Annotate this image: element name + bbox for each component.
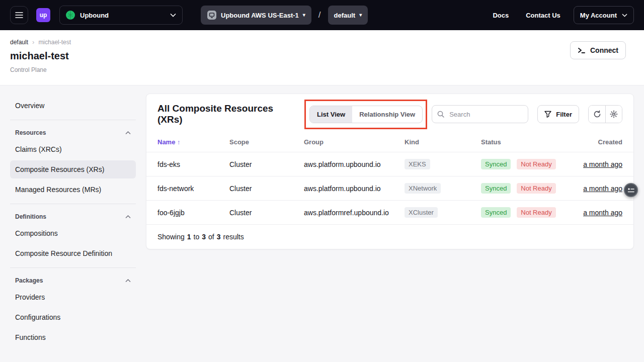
cell-status: Synced Not Ready bbox=[481, 201, 559, 225]
sidebar-section-label: Definitions bbox=[15, 213, 46, 220]
cell-created: a month ago bbox=[559, 176, 633, 201]
cell-group: aws.platform.upbound.io bbox=[304, 152, 405, 176]
breadcrumb-chevron-icon: › bbox=[32, 38, 34, 46]
sidebar-item-managed-resources[interactable]: Managed Resources (MRs) bbox=[10, 180, 136, 199]
cell-name: fds-eks bbox=[146, 152, 229, 176]
card-title: All Composite Resources (XRs) bbox=[157, 103, 300, 125]
sidebar-divider bbox=[10, 267, 136, 268]
control-plane-selector-label: Upbound AWS US-East-1 bbox=[221, 12, 299, 19]
refresh-icon bbox=[593, 110, 601, 118]
cell-created: a month ago bbox=[559, 152, 633, 176]
feedback-icon bbox=[627, 188, 634, 193]
cell-scope: Cluster bbox=[229, 176, 304, 201]
cell-scope: Cluster bbox=[229, 201, 304, 225]
namespace-selector-label: default bbox=[334, 12, 356, 19]
control-plane-selector[interactable]: Upbound AWS US-East-1 ▾ bbox=[201, 6, 311, 25]
filter-button[interactable]: Filter bbox=[537, 105, 579, 123]
control-plane-icon bbox=[207, 10, 217, 20]
sidebar-section-definitions[interactable]: Definitions bbox=[10, 209, 136, 222]
search-input[interactable] bbox=[448, 110, 523, 119]
gear-icon bbox=[610, 110, 618, 118]
synced-badge: Synced bbox=[481, 183, 511, 194]
chevron-up-icon bbox=[125, 215, 131, 219]
cell-group: aws.platform.upbound.io bbox=[304, 176, 405, 201]
toolbar-icon-group bbox=[588, 105, 622, 123]
table-row[interactable]: foo-6jgjb Cluster aws.platformref.upboun… bbox=[146, 201, 633, 225]
cell-status: Synced Not Ready bbox=[481, 176, 559, 201]
cell-scope: Cluster bbox=[229, 152, 304, 176]
sidebar-item-compositions[interactable]: Compositions bbox=[10, 224, 136, 242]
resources-table: Name ↑ Scope Group Kind Status Created f… bbox=[146, 134, 633, 225]
connect-button-label: Connect bbox=[590, 46, 618, 54]
column-header-kind: Kind bbox=[405, 134, 481, 152]
sidebar-item-composite-resources[interactable]: Composite Resources (XRs) bbox=[10, 160, 136, 178]
sidebar-item-providers[interactable]: Providers bbox=[10, 288, 136, 306]
sidebar-item-overview[interactable]: Overview bbox=[10, 97, 136, 115]
hamburger-menu-button[interactable] bbox=[10, 6, 28, 24]
namespace-selector[interactable]: default ▾ bbox=[328, 6, 368, 25]
view-toggle: List View Relationship View bbox=[309, 106, 423, 123]
upbound-logo[interactable]: up bbox=[36, 8, 50, 22]
path-separator: / bbox=[318, 10, 321, 20]
kind-badge: XEKS bbox=[405, 159, 430, 169]
globe-icon bbox=[66, 11, 75, 20]
view-toggle-wrap: List View Relationship View bbox=[309, 106, 423, 123]
created-link[interactable]: a month ago bbox=[583, 209, 622, 217]
table-header-row: Name ↑ Scope Group Kind Status Created bbox=[146, 134, 633, 152]
chevron-down-icon bbox=[170, 13, 176, 17]
funnel-icon bbox=[544, 111, 551, 118]
table-row[interactable]: fds-network Cluster aws.platform.upbound… bbox=[146, 176, 633, 201]
table-row[interactable]: fds-eks Cluster aws.platform.upbound.io … bbox=[146, 152, 633, 176]
sidebar-section-label: Packages bbox=[15, 277, 43, 284]
sidebar-section-packages[interactable]: Packages bbox=[10, 273, 136, 286]
relationship-view-tab[interactable]: Relationship View bbox=[352, 106, 422, 123]
column-header-group: Group bbox=[304, 134, 405, 152]
feedback-widget-button[interactable] bbox=[624, 183, 638, 197]
search-icon bbox=[437, 111, 444, 118]
organization-selector[interactable]: Upbound bbox=[59, 6, 183, 25]
cell-kind: XCluster bbox=[405, 201, 481, 225]
topbar: up Upbound Upbound AWS US-East-1 ▾ / def… bbox=[0, 0, 644, 30]
chevron-down-icon bbox=[622, 14, 627, 17]
sidebar-item-claims[interactable]: Claims (XRCs) bbox=[10, 140, 136, 158]
content-area: Overview Resources Claims (XRCs) Composi… bbox=[0, 85, 644, 348]
created-link[interactable]: a month ago bbox=[583, 160, 622, 168]
page-header: default › michael-test michael-test Cont… bbox=[0, 30, 644, 85]
sidebar-item-functions[interactable]: Functions bbox=[10, 328, 136, 346]
settings-button[interactable] bbox=[605, 106, 622, 123]
kind-badge: XCluster bbox=[405, 207, 438, 218]
organization-selector-label: Upbound bbox=[80, 12, 109, 19]
sidebar-divider bbox=[10, 204, 136, 204]
not-ready-badge: Not Ready bbox=[517, 207, 555, 218]
contact-us-link[interactable]: Contact Us bbox=[526, 12, 560, 19]
sidebar-divider bbox=[10, 120, 136, 120]
synced-badge: Synced bbox=[481, 207, 511, 218]
terminal-icon bbox=[578, 47, 586, 54]
breadcrumb: default › michael-test bbox=[10, 38, 634, 46]
cell-name: foo-6jgjb bbox=[146, 201, 229, 225]
column-header-name[interactable]: Name ↑ bbox=[146, 134, 229, 152]
breadcrumb-item-current: michael-test bbox=[38, 39, 71, 46]
sidebar-item-configurations[interactable]: Configurations bbox=[10, 308, 136, 326]
kind-badge: XNetwork bbox=[405, 183, 441, 194]
my-account-button[interactable]: My Account bbox=[574, 6, 634, 24]
page-subtitle: Control Plane bbox=[10, 66, 634, 73]
created-link[interactable]: a month ago bbox=[583, 185, 622, 193]
refresh-button[interactable] bbox=[589, 106, 605, 123]
triangle-down-icon: ▾ bbox=[303, 13, 305, 18]
hamburger-icon bbox=[15, 12, 23, 18]
sidebar-section-resources[interactable]: Resources bbox=[10, 125, 136, 138]
breadcrumb-item-default[interactable]: default bbox=[10, 39, 28, 46]
sidebar-item-composite-resource-definition[interactable]: Composite Resource Definition bbox=[10, 244, 136, 262]
my-account-label: My Account bbox=[580, 12, 617, 19]
connect-button[interactable]: Connect bbox=[570, 41, 626, 59]
chevron-up-icon bbox=[125, 131, 131, 135]
column-header-created: Created bbox=[559, 134, 633, 152]
cell-created: a month ago bbox=[559, 201, 633, 225]
chevron-up-icon bbox=[125, 279, 131, 283]
list-view-tab[interactable]: List View bbox=[310, 106, 352, 123]
filter-button-label: Filter bbox=[556, 111, 572, 118]
column-header-scope: Scope bbox=[229, 134, 304, 152]
search-box bbox=[432, 105, 528, 123]
docs-link[interactable]: Docs bbox=[493, 12, 509, 19]
